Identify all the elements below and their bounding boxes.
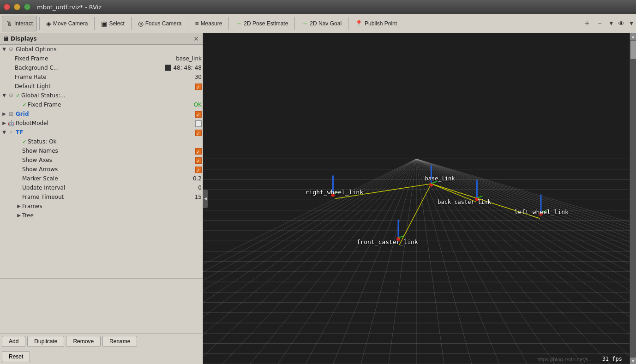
fixed-frame-row[interactable]: Fixed Frame base_link [0,54,203,63]
measure-button[interactable]: ≡ Measure [191,16,226,31]
publish-point-button[interactable]: 📍 Publish Point [351,16,401,31]
grid-toggle[interactable] [195,111,202,118]
frame-rate-value: 30 [195,73,202,81]
separator-1 [39,17,40,30]
move-camera-button[interactable]: ◈ Move Camera [42,16,92,31]
separator-5 [228,17,229,30]
eye-button[interactable]: 👁 [615,16,628,31]
show-axes-checkbox[interactable] [195,157,202,164]
default-light-row[interactable]: Default Light [0,82,203,91]
nav-goal-button[interactable]: → 2D Nav Goal [297,16,346,31]
3d-viewport[interactable]: base_link right_wheel_link back_caster_l… [203,33,630,364]
measure-label: Measure [201,20,222,27]
show-axes-label: Show Axes [22,156,192,164]
tree-subsection-row[interactable]: ▶ Tree [0,211,203,220]
panel-collapse-handle[interactable]: ◀ [203,190,208,208]
reset-button[interactable]: Reset [2,351,30,362]
global-status-expand[interactable]: ▼ [1,91,7,100]
separator-3 [131,17,132,30]
tree-sub-label: Tree [22,211,202,220]
global-options-expand[interactable]: ▼ [1,45,7,54]
frames-row[interactable]: ▶ Frames [0,202,203,211]
minimize-button[interactable] [14,4,20,10]
scroll-up[interactable]: ▲ [630,33,636,40]
ff-status-value: OK [194,101,202,109]
background-color-row[interactable]: Background C... 48; 48; 48 [0,63,203,72]
grid-row[interactable]: ▶ ⊞ Grid [0,109,203,119]
eye-icon: 👁 [618,20,624,27]
marker-scale-value: 0.2 [193,174,202,183]
frame-timeout-label: Frame Timeout [22,193,191,201]
global-status-row[interactable]: ▼ ⚙ ✓ Global Status:... [0,91,203,100]
fixed-frame-value: base_link [176,54,202,63]
tf-status-check: ✓ [22,137,27,146]
displays-icon: 🖥 [3,36,9,42]
fixed-frame-status-row: ✓ Fixed Frame OK [0,100,203,109]
show-arrows-row[interactable]: Show Arrows [0,165,203,174]
select-icon: ▣ [101,20,107,27]
separator-4 [188,17,188,30]
frame-timeout-value: 15 [195,193,202,201]
move-camera-label: Move Camera [53,20,88,27]
robot-model-checkbox [195,119,202,127]
update-interval-value: 0 [198,184,202,192]
window-title: mbot_urdf.rviz* - RViz [37,4,102,11]
minus-icon: − [598,20,602,27]
global-options-row[interactable]: ▼ ⚙ Global Options [0,45,203,54]
close-button[interactable] [4,4,10,10]
duplicate-button[interactable]: Duplicate [27,336,64,347]
pose-estimate-button[interactable]: → 2D Pose Estimate [231,16,292,31]
dropdown-arrow-2[interactable]: ▼ [630,21,633,26]
displays-close[interactable]: ✕ [192,35,200,42]
robot-model-toggle[interactable] [195,120,202,127]
update-interval-row[interactable]: Update Interval 0 [0,183,203,192]
maximize-button[interactable] [24,4,30,10]
add-button[interactable]: Add [2,336,25,347]
frame-timeout-row[interactable]: Frame Timeout 15 [0,192,203,202]
gear-icon: ⚙ [7,45,15,54]
robot-model-label: RobotModel [16,119,192,127]
show-names-checkbox[interactable] [195,148,202,155]
global-options-label: Global Options [16,45,202,54]
color-swatch[interactable] [165,65,171,71]
default-light-checkbox[interactable] [195,84,202,90]
show-names-row[interactable]: Show Names [0,146,203,155]
right-scrollbar: ▲ ▼ [630,33,636,364]
interact-label: Interact [14,20,33,27]
marker-scale-row[interactable]: Marker Scale 0.2 [0,174,203,183]
global-status-label: Global Status:... [21,91,202,100]
ff-status-check: ✓ [22,101,27,109]
tf-row[interactable]: ▼ ⚡ TF [0,128,203,137]
update-interval-label: Update Interval [22,184,194,192]
tf-toggle[interactable] [195,130,202,136]
focus-camera-button[interactable]: ◎ Focus Camera [134,16,186,31]
frames-expand[interactable]: ▶ [16,202,22,210]
interact-button[interactable]: 🖱 Interact [2,16,37,31]
publish-point-label: Publish Point [365,20,397,27]
robot-model-row[interactable]: ▶ 🤖 RobotModel [0,119,203,128]
rename-button[interactable]: Rename [102,336,137,347]
scroll-thumb[interactable] [630,41,636,59]
robot-model-expand[interactable]: ▶ [1,119,7,127]
displays-title: 🖥 Displays [3,36,37,42]
grid-expand[interactable]: ▶ [1,110,7,118]
remove-button[interactable]: Remove [66,336,101,347]
separator-6 [294,17,295,30]
dropdown-arrow-1[interactable]: ▼ [610,21,613,26]
scroll-down[interactable]: ▼ [630,358,636,364]
pose-estimate-icon: → [235,20,242,27]
tf-expand[interactable]: ▼ [1,128,7,137]
nav-goal-icon: → [301,20,308,27]
tf-status-row: ✓ Status: Ok [0,137,203,146]
nav-goal-label: 2D Nav Goal [310,20,342,27]
add-display-button[interactable]: ＋ [580,16,594,31]
frame-rate-row[interactable]: Frame Rate 30 [0,72,203,82]
show-arrows-checkbox[interactable] [195,167,202,173]
displays-header: 🖥 Displays ✕ [0,33,203,45]
show-axes-row[interactable]: Show Axes [0,155,203,165]
tree-sub-expand[interactable]: ▶ [16,211,22,220]
select-button[interactable]: ▣ Select [97,16,128,31]
default-light-value [195,82,202,90]
minus-button[interactable]: − [595,16,608,31]
robot-model-icon: 🤖 [7,119,15,127]
